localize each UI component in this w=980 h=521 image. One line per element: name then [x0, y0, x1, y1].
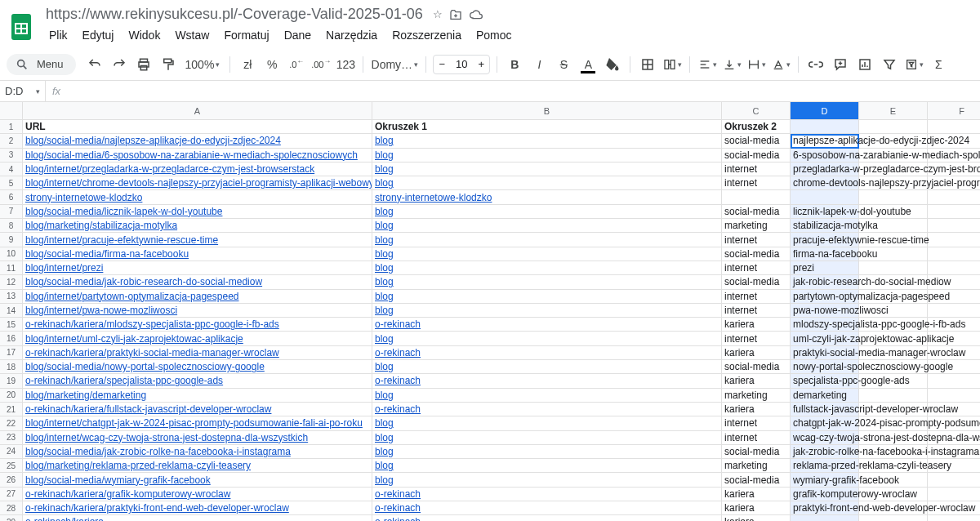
okruszek1-cell[interactable]: blog	[372, 134, 722, 148]
okruszek1-cell[interactable]: blog	[372, 360, 722, 374]
f-cell[interactable]	[928, 304, 980, 318]
row-header[interactable]: 19	[0, 374, 23, 388]
url-cell[interactable]: blog/marketing/demarketing	[23, 389, 372, 403]
okruszek2-cell[interactable]: internet	[722, 304, 791, 318]
okruszek1-cell[interactable]: blog	[372, 233, 722, 247]
merge-cells-button[interactable]	[662, 54, 683, 75]
url-cell[interactable]: o-rekinach/kariera/grafik-komputerowy-wr…	[23, 488, 372, 501]
url-cell[interactable]: o-rekinach/kariera/praktyki-social-media…	[23, 346, 372, 360]
okruszek1-cell[interactable]: o-rekinach	[372, 488, 722, 501]
row-header[interactable]: 10	[0, 247, 23, 261]
url-cell[interactable]: blog/social-media/firma-na-facebooku	[23, 247, 372, 261]
row-header[interactable]: 2	[0, 134, 23, 148]
okruszek2-cell[interactable]: marketing	[722, 219, 791, 233]
row-header[interactable]: 25	[0, 459, 23, 473]
okruszek2-cell[interactable]: internet	[722, 176, 791, 190]
url-cell[interactable]: blog/social-media/wymiary-grafik-faceboo…	[23, 473, 372, 487]
filter-button[interactable]	[879, 54, 900, 75]
f-cell[interactable]	[928, 247, 980, 261]
okruszek2-cell[interactable]: internet	[722, 163, 791, 176]
undo-button[interactable]	[84, 54, 105, 75]
font-size-control[interactable]: − 10 +	[433, 55, 490, 74]
col-header-B[interactable]: B	[372, 102, 722, 120]
filter-views-button[interactable]	[903, 54, 924, 75]
d-cell[interactable]: stabilizacja-motylka	[791, 219, 859, 233]
header-okruszek1[interactable]: Okruszek 1	[372, 120, 722, 134]
okruszek2-cell[interactable]: kariera	[722, 515, 791, 521]
italic-button[interactable]: I	[528, 54, 550, 75]
row-header[interactable]: 22	[0, 416, 23, 430]
url-cell[interactable]: blog/internet/prezi	[23, 261, 372, 275]
d-cell[interactable]: firma-na-facebooku	[791, 247, 859, 261]
d-cell[interactable]: chrome-devtools-najlepszy-przyjaciel-pro…	[791, 176, 859, 190]
print-button[interactable]	[133, 54, 154, 75]
menu-pomoc[interactable]: Pomoc	[470, 25, 519, 45]
row-header[interactable]: 14	[0, 304, 23, 318]
d-cell[interactable]: licznik-lapek-w-dol-youtube	[791, 205, 859, 219]
okruszek1-cell[interactable]: blog	[372, 261, 722, 275]
d-cell[interactable]: najlepsze-aplikacje-do-edycji-zdjec-2024	[791, 134, 859, 148]
f-cell[interactable]	[928, 261, 980, 275]
url-cell[interactable]: strony-internetowe-klodzko	[23, 190, 372, 204]
d-cell[interactable]: prezi	[791, 261, 859, 275]
d-cell[interactable]: pwa-nowe-mozliwosci	[791, 304, 859, 318]
f-cell[interactable]	[928, 473, 980, 487]
okruszek1-cell[interactable]: strony-internetowe-klodzko	[372, 190, 722, 204]
okruszek1-cell[interactable]: blog	[372, 149, 722, 163]
row-header[interactable]: 18	[0, 360, 23, 374]
currency-button[interactable]: zł	[237, 54, 258, 75]
row-header[interactable]: 5	[0, 176, 23, 190]
okruszek1-cell[interactable]: blog	[372, 290, 722, 304]
okruszek2-cell[interactable]: internet	[722, 431, 791, 445]
url-cell[interactable]: o-rekinach/kariera/praktyki-front-end-we…	[23, 501, 372, 515]
row-header[interactable]: 16	[0, 332, 23, 345]
f-cell[interactable]	[928, 190, 980, 204]
okruszek2-cell[interactable]	[722, 190, 791, 204]
row-header[interactable]: 3	[0, 149, 23, 163]
header-url[interactable]: URL	[23, 120, 372, 134]
menu-wstaw[interactable]: Wstaw	[168, 25, 216, 45]
f-cell[interactable]	[928, 120, 980, 134]
url-cell[interactable]: blog/internet/pwa-nowe-mozliwosci	[23, 304, 372, 318]
url-cell[interactable]: o-rekinach/kariera	[23, 515, 372, 521]
d-cell[interactable]: chatgpt-jak-w-2024-pisac-prompty-podsumo…	[791, 416, 859, 430]
okruszek1-cell[interactable]: o-rekinach	[372, 346, 722, 360]
search-menu[interactable]: Menu	[7, 54, 76, 75]
d-cell[interactable]	[791, 515, 859, 521]
okruszek2-cell[interactable]: social-media	[722, 473, 791, 487]
url-cell[interactable]: blog/internet/partytown-optymalizacja-pa…	[23, 290, 372, 304]
okruszek1-cell[interactable]: blog	[372, 176, 722, 190]
okruszek1-cell[interactable]: blog	[372, 332, 722, 345]
okruszek1-cell[interactable]: blog	[372, 247, 722, 261]
okruszek2-cell[interactable]: social-media	[722, 149, 791, 163]
row-header[interactable]: 23	[0, 431, 23, 445]
okruszek2-cell[interactable]: kariera	[722, 403, 791, 416]
okruszek1-cell[interactable]: blog	[372, 304, 722, 318]
f-cell[interactable]	[928, 488, 980, 501]
col-header-E[interactable]: E	[859, 102, 928, 120]
okruszek2-cell[interactable]: social-media	[722, 445, 791, 459]
row-header[interactable]: 20	[0, 389, 23, 403]
d-cell[interactable]: reklama-przed-reklama-czyli-teasery	[791, 459, 859, 473]
number-format-button[interactable]: 123	[335, 54, 356, 75]
font-size-increase[interactable]: +	[473, 58, 489, 70]
d-cell[interactable]: wymiary-grafik-facebook	[791, 473, 859, 487]
d-cell[interactable]: demarketing	[791, 389, 859, 403]
d-cell[interactable]: praktyki-front-end-web-developer-wroclaw	[791, 501, 859, 515]
d-cell[interactable]: mlodszy-specjalista-ppc-google-i-fb-ads	[791, 318, 859, 332]
borders-button[interactable]	[637, 54, 658, 75]
okruszek1-cell[interactable]: blog	[372, 416, 722, 430]
url-cell[interactable]: blog/internet/uml-czyli-jak-zaprojektowa…	[23, 332, 372, 345]
menu-edytuj[interactable]: Edytuj	[76, 25, 121, 45]
row-header[interactable]: 29	[0, 515, 23, 521]
okruszek2-cell[interactable]: kariera	[722, 488, 791, 501]
menu-widok[interactable]: Widok	[122, 25, 167, 45]
okruszek2-cell[interactable]: social-media	[722, 275, 791, 289]
url-cell[interactable]: o-rekinach/kariera/fullstack-javascript-…	[23, 403, 372, 416]
url-cell[interactable]: blog/social-media/najlepsze-aplikacje-do…	[23, 134, 372, 148]
d-cell[interactable]: pracuje-efektywnie-rescue-time	[791, 233, 859, 247]
okruszek2-cell[interactable]: internet	[722, 332, 791, 345]
menu-plik[interactable]: Plik	[42, 25, 74, 45]
okruszek2-cell[interactable]: marketing	[722, 389, 791, 403]
cloud-saved-icon[interactable]	[469, 8, 483, 21]
